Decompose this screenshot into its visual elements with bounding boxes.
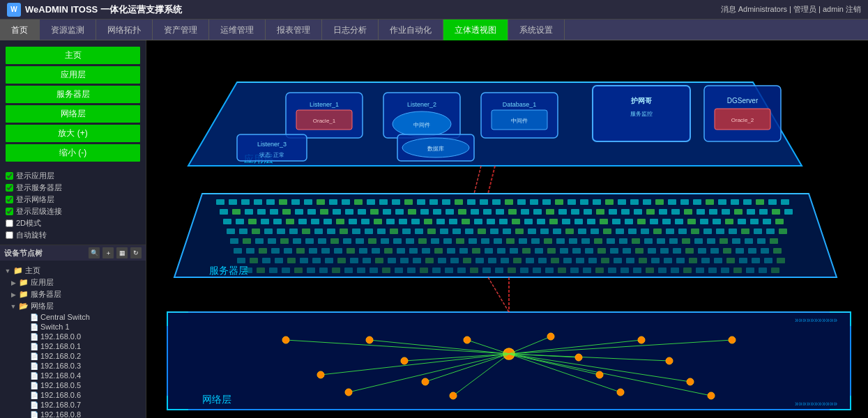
svg-rect-370 xyxy=(639,258,647,263)
tree-refresh-icon[interactable]: ↻ xyxy=(130,247,142,258)
svg-rect-368 xyxy=(614,258,622,263)
nav-tab-8[interactable]: 立体透视图 xyxy=(443,20,508,40)
tree-leaf-node-2-1[interactable]: ▶📄Switch 1 xyxy=(21,322,142,332)
svg-rect-111 xyxy=(756,199,764,205)
tree-node-2[interactable]: ▼📂网络层 xyxy=(10,300,142,312)
svg-rect-274 xyxy=(531,238,540,244)
svg-rect-199 xyxy=(713,219,721,224)
svg-text:Oracle_1: Oracle_1 xyxy=(313,118,336,124)
tree-node-0[interactable]: ▶📁应用层 xyxy=(10,277,142,288)
svg-rect-244 xyxy=(716,229,724,234)
svg-rect-384 xyxy=(269,268,277,273)
svg-rect-287 xyxy=(694,238,703,244)
svg-rect-279 xyxy=(594,238,602,244)
svg-rect-69 xyxy=(229,199,237,205)
nav-tab-6[interactable]: 日志分析 xyxy=(322,20,379,40)
btn-zoom-in[interactable]: 放大 (+) xyxy=(6,125,140,142)
nav-tab-2[interactable]: 网络拓扑 xyxy=(96,20,153,40)
svg-rect-229 xyxy=(528,229,536,234)
svg-point-62 xyxy=(666,357,673,364)
svg-rect-176 xyxy=(424,219,432,224)
tree-leaf-2-8: ▶📄192.168.0.6 xyxy=(10,390,142,400)
svg-rect-372 xyxy=(664,258,672,263)
checkbox-input-5[interactable] xyxy=(6,231,13,239)
svg-rect-187 xyxy=(562,219,570,224)
svg-text:护网哥: 护网哥 xyxy=(630,97,652,104)
svg-rect-413 xyxy=(633,268,641,273)
svg-rect-248 xyxy=(766,229,775,234)
svg-rect-119 xyxy=(282,209,291,215)
svg-rect-418 xyxy=(696,268,704,273)
svg-rect-315 xyxy=(497,248,505,254)
tree-leaf-node-2-7[interactable]: ▶📄192.168.0.5 xyxy=(21,380,142,390)
tree-node-1[interactable]: ▶📁服务器层 xyxy=(10,288,142,300)
svg-rect-331 xyxy=(698,248,706,254)
tree-leaf-node-2-2[interactable]: ▶📄192.168.0.0 xyxy=(21,332,142,341)
tree-leaf-node-2-8[interactable]: ▶📄192.168.0.6 xyxy=(21,390,142,400)
nav-tab-3[interactable]: 资产管理 xyxy=(153,20,209,40)
svg-rect-190 xyxy=(600,219,608,224)
tree-add-icon[interactable]: ＋ xyxy=(102,247,114,258)
tree-leaf-node-2-6[interactable]: ▶📄192.168.0.4 xyxy=(21,371,142,380)
svg-text:Oracle_2: Oracle_2 xyxy=(731,117,754,123)
svg-rect-352 xyxy=(413,258,421,263)
tree-leaf-node-2-9[interactable]: ▶📄192.168.0.7 xyxy=(21,400,142,410)
nav-tab-9[interactable]: 系统设置 xyxy=(508,20,565,40)
tree-leaf-node-2-3[interactable]: ▶📄192.168.0.1 xyxy=(21,341,142,351)
checkbox-input-1[interactable] xyxy=(6,184,13,192)
svg-rect-213 xyxy=(327,229,335,234)
btn-app[interactable]: 应用层 xyxy=(6,66,140,84)
svg-rect-415 xyxy=(658,268,667,273)
svg-rect-79 xyxy=(354,199,363,205)
svg-rect-198 xyxy=(700,219,708,224)
svg-text:数据库: 数据库 xyxy=(427,146,444,152)
btn-zoom-out[interactable]: 缩小 (-) xyxy=(6,144,140,162)
nav-tab-1[interactable]: 资源监测 xyxy=(40,20,96,40)
svg-rect-339 xyxy=(250,258,258,263)
svg-rect-179 xyxy=(462,219,470,224)
tree-leaf-node-2-10[interactable]: ▶📄192.168.0.8 xyxy=(21,410,142,418)
svg-rect-419 xyxy=(708,268,717,273)
svg-text:»»»»»»»»»»»: »»»»»»»»»»» xyxy=(795,400,838,408)
svg-rect-177 xyxy=(436,219,445,224)
svg-rect-164 xyxy=(273,219,282,224)
nav-tab-4[interactable]: 运维管理 xyxy=(209,20,266,40)
checkbox-input-0[interactable] xyxy=(6,172,13,180)
svg-rect-275 xyxy=(544,238,552,244)
svg-rect-284 xyxy=(657,238,665,244)
tree-expand-icon[interactable]: ▦ xyxy=(116,247,128,258)
svg-rect-346 xyxy=(337,258,346,263)
svg-rect-316 xyxy=(510,248,518,254)
svg-rect-114 xyxy=(220,209,228,215)
tree-node-root[interactable]: ▼📁主页 xyxy=(4,265,142,277)
checkbox-input-3[interactable] xyxy=(6,208,13,215)
logo-icon: W xyxy=(7,3,21,17)
svg-rect-301 xyxy=(321,248,330,254)
checkbox-input-4[interactable] xyxy=(6,219,13,227)
tree-search-icon[interactable]: 🔍 xyxy=(89,247,100,258)
svg-rect-373 xyxy=(676,258,685,263)
svg-rect-105 xyxy=(680,199,689,205)
tree-leaf-node-2-5[interactable]: ▶📄192.168.0.3 xyxy=(21,361,142,371)
svg-rect-103 xyxy=(655,199,664,205)
nav-tab-7[interactable]: 作业自动化 xyxy=(379,20,443,40)
svg-point-60 xyxy=(617,389,624,396)
svg-rect-225 xyxy=(478,229,486,234)
btn-server[interactable]: 服务器层 xyxy=(6,86,140,103)
svg-rect-288 xyxy=(707,238,715,244)
nav-tab-0[interactable]: 首页 xyxy=(0,20,40,40)
svg-rect-361 xyxy=(526,258,534,263)
tree-leaf-node-2-0[interactable]: ▶📄Central Switch xyxy=(21,312,142,322)
btn-home[interactable]: 主页 xyxy=(6,47,140,64)
btn-network[interactable]: 网络层 xyxy=(6,105,140,123)
svg-rect-238 xyxy=(641,229,649,234)
svg-rect-377 xyxy=(726,258,735,263)
svg-point-57 xyxy=(547,333,554,340)
checkbox-input-2[interactable] xyxy=(6,196,13,203)
nav-tab-5[interactable]: 报表管理 xyxy=(266,20,322,40)
canvas-area[interactable]: 应用层 Listener_1 Oracle_1 Listener_2 中间件 D… xyxy=(146,40,868,418)
tree-leaf-node-2-4[interactable]: ▶📄192.168.0.2 xyxy=(21,351,142,361)
3d-visualization: 应用层 Listener_1 Oracle_1 Listener_2 中间件 D… xyxy=(146,40,868,418)
svg-rect-214 xyxy=(340,229,348,234)
svg-rect-138 xyxy=(521,209,529,215)
